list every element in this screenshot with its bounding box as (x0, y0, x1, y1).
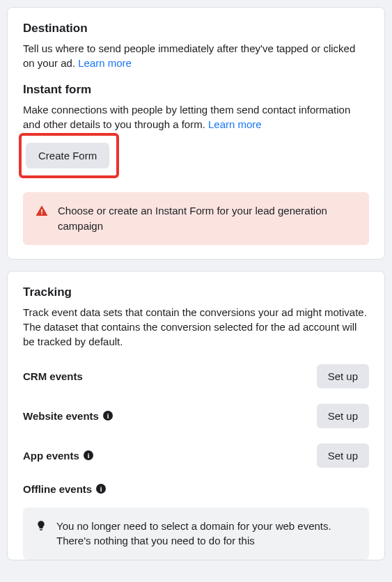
info-icon[interactable]: i (103, 411, 113, 420)
destination-learn-more-link[interactable]: Learn more (78, 57, 132, 69)
destination-title: Destination (23, 22, 369, 36)
create-form-highlight: Create Form (19, 133, 119, 178)
info-icon[interactable]: i (84, 450, 93, 460)
instant-form-desc-text: Make connections with people by letting … (23, 104, 350, 130)
track-label-website: Website events i (23, 410, 113, 422)
website-events-label: Website events (23, 410, 99, 422)
track-label-app: App events i (23, 450, 93, 462)
setup-button-crm[interactable]: Set up (317, 364, 369, 388)
tracking-card: Tracking Track event data sets that cont… (7, 271, 385, 561)
instant-form-alert: Choose or create an Instant Form for you… (23, 192, 369, 245)
svg-text:i: i (107, 412, 109, 420)
instant-form-section: Instant form Make connections with peopl… (23, 83, 369, 245)
offline-info-box: You no longer need to select a domain fo… (23, 508, 369, 560)
destination-card: Destination Tell us where to send people… (7, 7, 385, 260)
tracking-desc: Track event data sets that contain the c… (23, 305, 369, 349)
destination-desc: Tell us where to send people immediately… (23, 41, 369, 70)
instant-form-alert-text: Choose or create an Instant Form for you… (58, 203, 356, 234)
warning-icon (36, 205, 48, 217)
offline-info-text: You no longer need to select a domain fo… (56, 519, 356, 549)
track-row-app: App events i Set up (23, 443, 369, 468)
track-row-website: Website events i Set up (23, 404, 369, 428)
setup-button-app[interactable]: Set up (317, 443, 369, 468)
svg-text:i: i (100, 485, 102, 493)
crm-events-label: CRM events (23, 370, 83, 382)
create-form-button[interactable]: Create Form (26, 143, 109, 168)
instant-form-learn-more-link[interactable]: Learn more (208, 118, 262, 130)
lightbulb-icon (36, 520, 47, 531)
destination-desc-text: Tell us where to send people immediately… (23, 42, 355, 69)
instant-form-desc: Make connections with people by letting … (23, 102, 369, 132)
track-label-crm: CRM events (23, 370, 83, 382)
info-icon[interactable]: i (96, 484, 106, 494)
svg-text:i: i (88, 452, 90, 459)
track-row-offline: Offline events i (23, 483, 369, 495)
instant-form-title: Instant form (23, 83, 369, 97)
track-label-offline: Offline events i (23, 483, 106, 495)
track-row-crm: CRM events Set up (23, 364, 369, 388)
offline-events-label: Offline events (23, 483, 92, 495)
tracking-title: Tracking (23, 285, 369, 299)
app-events-label: App events (23, 450, 79, 462)
setup-button-website[interactable]: Set up (317, 404, 369, 428)
